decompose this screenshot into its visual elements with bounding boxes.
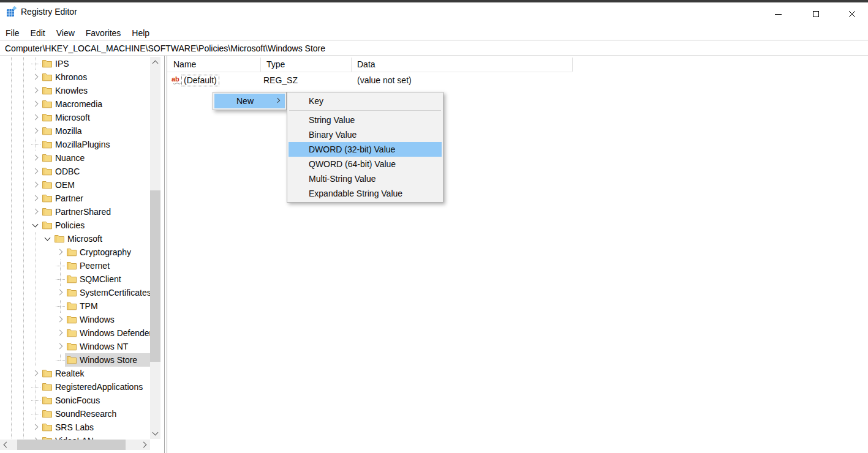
tree-item-macromedia[interactable]: Macromedia	[0, 97, 150, 111]
expand-chevron-icon[interactable]	[55, 245, 65, 259]
tree-item-tpm[interactable]: TPM	[0, 299, 150, 313]
vertical-scrollbar-thumb[interactable]	[150, 190, 160, 362]
tree-item-oem[interactable]: OEM	[0, 178, 150, 192]
expand-chevron-icon[interactable]	[31, 367, 40, 380]
column-separator[interactable]	[572, 58, 573, 72]
tree-item-systemcertificates[interactable]: SystemCertificates	[0, 286, 150, 299]
tree-item-sqmclient[interactable]: SQMClient	[0, 272, 150, 286]
tree-vertical-scrollbar[interactable]	[150, 57, 160, 439]
context-menu-item-new[interactable]: New	[214, 94, 285, 108]
menubar-item-view[interactable]: View	[51, 26, 80, 40]
tree-item-sonicfocus[interactable]: SonicFocus	[0, 394, 150, 407]
tree-item-registeredapplications[interactable]: RegisteredApplications	[0, 380, 150, 394]
tree-item-content[interactable]: Macromedia	[40, 97, 104, 111]
expand-chevron-icon[interactable]	[31, 70, 40, 84]
expand-chevron-icon[interactable]	[31, 165, 40, 178]
tree-item-content[interactable]: Windows Store	[65, 353, 150, 367]
tree-item-content[interactable]: PartnerShared	[40, 205, 113, 219]
column-header-data[interactable]: Data	[351, 57, 376, 72]
tree-item-content[interactable]: SRS Labs	[40, 421, 96, 434]
tree-item-content[interactable]: Partner	[40, 192, 85, 205]
tree-item-microsoft[interactable]: Microsoft	[0, 111, 150, 124]
tree-item-nuance[interactable]: Nuance	[0, 151, 150, 165]
tree-item-microsoft[interactable]: Microsoft	[0, 232, 150, 245]
tree-item-content[interactable]: SoundResearch	[40, 407, 118, 421]
tree-item-windows-nt[interactable]: Windows NT	[0, 340, 150, 353]
close-button[interactable]	[836, 2, 868, 26]
expand-chevron-icon[interactable]	[31, 434, 40, 440]
horizontal-scrollbar-thumb[interactable]	[17, 440, 126, 450]
menubar-item-favorites[interactable]: Favorites	[80, 26, 127, 40]
tree-item-content[interactable]: Microsoft	[53, 232, 104, 245]
submenu-item-binary-value[interactable]: Binary Value	[289, 127, 442, 142]
minimize-button[interactable]	[760, 2, 796, 26]
value-row-default[interactable]: ab(Default)REG_SZ(value not set)	[167, 73, 868, 87]
tree-item-content[interactable]: Khronos	[40, 70, 89, 84]
submenu-item-qword-64-bit-value[interactable]: QWORD (64-bit) Value	[289, 157, 442, 171]
tree-item-ips[interactable]: IPS	[0, 57, 150, 70]
tree-item-content[interactable]: Policies	[40, 219, 86, 232]
scroll-up-arrow-icon[interactable]	[150, 57, 160, 67]
menubar-item-file[interactable]: File	[0, 26, 25, 40]
tree-item-content[interactable]: Realtek	[40, 367, 86, 380]
address-bar[interactable]: Computer\HKEY_LOCAL_MACHINE\SOFTWARE\Pol…	[0, 41, 868, 56]
tree-item-content[interactable]: SystemCertificates	[65, 286, 150, 299]
submenu-item-multi-string-value[interactable]: Multi-String Value	[289, 171, 442, 186]
column-header-name[interactable]: Name	[167, 57, 196, 72]
expand-chevron-icon[interactable]	[55, 286, 65, 299]
expand-chevron-icon[interactable]	[31, 111, 40, 124]
tree-item-content[interactable]: OEM	[40, 178, 77, 192]
tree-item-content[interactable]: SQMClient	[65, 272, 123, 286]
expand-chevron-icon[interactable]	[31, 421, 40, 434]
tree-item-content[interactable]: Windows	[65, 313, 116, 326]
tree-item-policies[interactable]: Policies	[0, 219, 150, 232]
submenu-item-expandable-string-value[interactable]: Expandable String Value	[289, 186, 442, 201]
tree-item-content[interactable]: TPM	[65, 299, 100, 313]
expand-chevron-icon[interactable]	[31, 124, 40, 138]
expand-chevron-icon[interactable]	[31, 97, 40, 111]
expand-chevron-icon[interactable]	[31, 151, 40, 165]
tree-item-content[interactable]: ODBC	[40, 165, 81, 178]
tree-item-srs-labs[interactable]: SRS Labs	[0, 421, 150, 434]
tree-item-peernet[interactable]: Peernet	[0, 259, 150, 272]
scroll-right-arrow-icon[interactable]	[140, 440, 150, 450]
collapse-chevron-icon[interactable]	[43, 232, 53, 245]
tree-item-soundresearch[interactable]: SoundResearch	[0, 407, 150, 421]
tree-item-content[interactable]: IPS	[40, 57, 71, 70]
expand-chevron-icon[interactable]	[31, 192, 40, 205]
tree-item-content[interactable]: Cryptography	[65, 245, 133, 259]
menubar-item-edit[interactable]: Edit	[25, 26, 51, 40]
tree-item-content[interactable]: Peernet	[65, 259, 111, 272]
tree-item-windows-store[interactable]: Windows Store	[0, 353, 150, 367]
expand-chevron-icon[interactable]	[55, 340, 65, 353]
tree-item-content[interactable]: VideoLAN	[40, 434, 96, 440]
tree-item-content[interactable]: Windows NT	[65, 340, 130, 353]
tree-item-content[interactable]: RegisteredApplications	[40, 380, 145, 394]
tree-item-mozillaplugins[interactable]: MozillaPlugins	[0, 138, 150, 151]
column-header-type[interactable]: Type	[260, 57, 285, 72]
expand-chevron-icon[interactable]	[31, 178, 40, 192]
expand-chevron-icon[interactable]	[55, 313, 65, 326]
tree-item-windows[interactable]: Windows	[0, 313, 150, 326]
submenu-item-key[interactable]: Key	[289, 94, 442, 108]
tree-horizontal-scrollbar[interactable]	[0, 440, 150, 450]
tree-item-content[interactable]: Knowles	[40, 84, 89, 97]
tree-item-knowles[interactable]: Knowles	[0, 84, 150, 97]
tree-item-partner[interactable]: Partner	[0, 192, 150, 205]
tree-item-cryptography[interactable]: Cryptography	[0, 245, 150, 259]
tree-item-content[interactable]: SonicFocus	[40, 394, 102, 407]
tree-item-partnershared[interactable]: PartnerShared	[0, 205, 150, 219]
tree-item-odbc[interactable]: ODBC	[0, 165, 150, 178]
tree-item-content[interactable]: Windows Defender	[65, 326, 150, 340]
scroll-left-arrow-icon[interactable]	[0, 440, 10, 450]
expand-chevron-icon[interactable]	[31, 84, 40, 97]
tree-item-content[interactable]: MozillaPlugins	[40, 138, 111, 151]
scroll-down-arrow-icon[interactable]	[150, 429, 160, 439]
menubar-item-help[interactable]: Help	[126, 26, 155, 40]
tree-item-content[interactable]: Mozilla	[40, 124, 84, 138]
collapse-chevron-icon[interactable]	[31, 219, 40, 232]
tree-item-realtek[interactable]: Realtek	[0, 367, 150, 380]
maximize-button[interactable]	[798, 2, 834, 26]
expand-chevron-icon[interactable]	[31, 205, 40, 219]
tree-item-content[interactable]: Microsoft	[40, 111, 92, 124]
